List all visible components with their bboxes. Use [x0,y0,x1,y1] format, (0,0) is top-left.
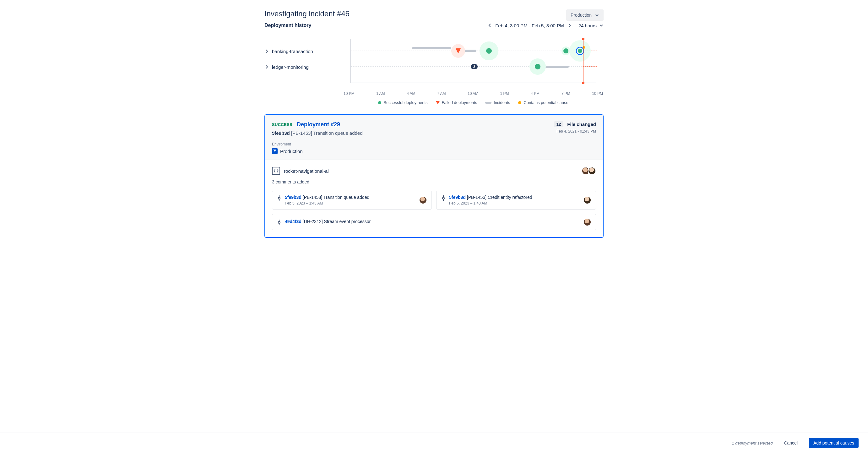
commit-icon [441,195,446,201]
svg-point-31 [442,197,444,199]
chevron-right-icon [265,65,269,69]
commit-message: [PB-1453] Transition queue added [291,130,363,136]
environment-selector-label: Production [570,12,592,18]
commit-card[interactable]: 5fe9b3d [PB-1453] Credit entity refactor… [436,191,596,210]
time-window-selector[interactable]: 24 hours [579,23,603,28]
commit-card[interactable]: 49d4f3d [DH-2312] Stream event processor [272,214,596,230]
repo-name[interactable]: rocket-navigational-ai [284,169,329,174]
prev-range-button[interactable] [488,23,492,28]
chevron-down-icon [595,13,599,17]
environment-selector[interactable]: Production [566,9,603,21]
environment-label: Enviroment [272,142,363,146]
deployment-card: SUCCESS Deployment #29 5fe9b3d [PB-1453]… [265,114,603,238]
deployment-title-link[interactable]: Deployment #29 [297,121,340,128]
svg-point-21 [535,64,540,69]
incident-bar-icon [485,102,492,104]
svg-point-25 [582,38,584,40]
contributor-avatars [584,167,596,175]
commit-icon [277,219,282,225]
file-count-badge: 12 [554,121,563,127]
status-badge: SUCCESS [272,122,292,127]
svg-point-26 [582,82,584,84]
commit-card[interactable]: 5fe9b3d [PB-1453] Transition queue added… [272,191,432,210]
avatar[interactable] [588,167,596,175]
next-range-button[interactable] [567,23,571,28]
bitbucket-icon [272,148,278,154]
repo-icon [272,167,280,175]
section-title: Deployment history [265,23,311,28]
timeline-chart[interactable]: 2 [343,36,603,89]
comments-added: 3 comments added [272,179,596,184]
avatar[interactable] [419,196,427,204]
timeline-legend: Successful deployments Failed deployment… [343,100,603,105]
avatar[interactable] [583,196,591,204]
failed-triangle-icon [436,101,440,104]
svg-text:2: 2 [473,65,475,68]
svg-point-17 [578,49,582,53]
date-range-text: Feb 4, 3:00 PM - Feb 5, 3:00 PM [495,23,564,28]
potential-cause-dot-icon [518,101,521,104]
svg-point-28 [278,197,280,199]
timeline-row-label[interactable]: ledger-monitoring [265,59,343,75]
environment-value: Production [280,149,303,154]
deployment-timestamp: Feb 4, 2021 - 01:43 PM [554,129,596,133]
timeline-row-label[interactable]: banking-transaction [265,43,343,59]
success-dot-icon [378,101,381,104]
chevron-right-icon [265,49,269,53]
svg-point-12 [486,48,492,54]
file-changed-label: File changed [567,122,596,127]
svg-rect-6 [412,47,451,49]
commit-icon [277,195,282,201]
svg-point-14 [563,49,568,53]
commit-hash: 5fe9b3d [272,130,290,136]
timeline: banking-transaction ledger-monitoring [265,36,603,105]
avatar[interactable] [583,218,591,226]
timeline-x-axis: 10 PM 1 AM 4 AM 7 AM 10 AM 1 PM 4 PM 7 P… [343,91,603,96]
page-title: Investigating incident #46 [265,9,349,18]
svg-point-34 [278,221,280,223]
time-window-label: 24 hours [579,23,597,28]
chevron-down-icon [599,23,603,28]
